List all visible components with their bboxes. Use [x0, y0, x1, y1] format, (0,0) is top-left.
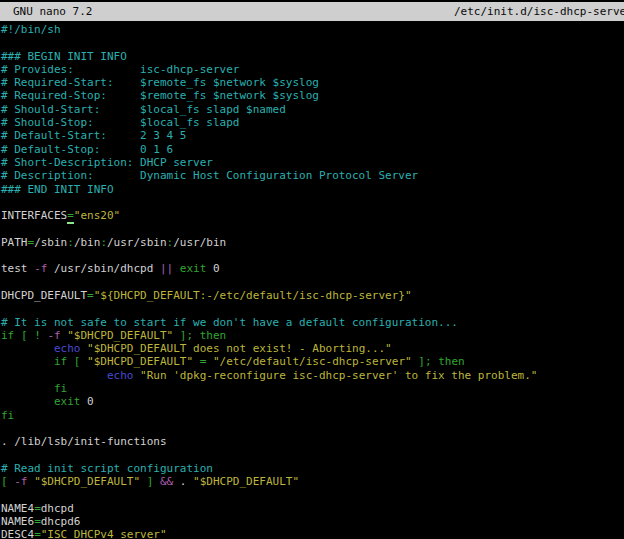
- code-line-35: [ -f "$DHCPD_DEFAULT" ] && . "$DHCPD_DEF…: [1, 475, 624, 488]
- code-token: DHCPD_DEFAULT: [1, 289, 87, 302]
- code-line-18: [1, 249, 624, 262]
- code-token: :: [67, 236, 74, 249]
- code-line-20: [1, 276, 624, 289]
- code-line-11: # Short-Description: DHCP server: [1, 156, 624, 169]
- code-line-30: fi: [1, 409, 624, 422]
- code-line-12: # Description: Dynamic Host Configuratio…: [1, 169, 624, 182]
- code-line-15: INTERFACES="ens20": [1, 209, 624, 222]
- code-token: !: [34, 329, 41, 342]
- code-token: # Provides: isc-dhcp-server: [1, 63, 239, 76]
- code-token: [193, 329, 200, 342]
- code-token: INTERFACES: [1, 209, 67, 222]
- code-token: /sbin: [34, 236, 67, 249]
- code-token: # Should-Start: $local_fs slapd $named: [1, 103, 286, 116]
- code-line-37: NAME4=dhcpd: [1, 502, 624, 515]
- code-token: /usr/sbin: [107, 236, 167, 249]
- code-token: .: [173, 475, 193, 488]
- code-token: echo: [107, 369, 134, 382]
- code-line-10: # Default-Stop: 0 1 6: [1, 143, 624, 156]
- code-token: ### END INIT INFO: [1, 183, 114, 196]
- code-line-17: PATH=/sbin:/bin:/usr/sbin:/usr/bin: [1, 236, 624, 249]
- code-line-13: ### END INIT INFO: [1, 183, 624, 196]
- code-line-24: if [ ! -f "$DHCPD_DEFAULT" ]; then: [1, 329, 624, 342]
- code-line-31: [1, 422, 624, 435]
- code-token: "ens20": [74, 209, 120, 222]
- code-token: dhcpd6: [41, 515, 81, 528]
- code-line-23: # It is not safe to start if we don't ha…: [1, 316, 624, 329]
- code-token: [153, 475, 160, 488]
- code-token: =: [34, 528, 41, 539]
- code-token: then: [438, 355, 465, 368]
- code-token: [67, 355, 74, 368]
- code-token: fi: [1, 409, 14, 422]
- code-token: [173, 329, 180, 342]
- code-token: -f: [34, 262, 47, 275]
- code-token: =: [87, 289, 94, 302]
- code-line-14: [1, 196, 624, 209]
- code-token: NAME6: [1, 515, 34, 528]
- code-token: fi: [54, 382, 67, 395]
- code-line-27: echo "Run 'dpkg-reconfigure isc-dhcp-ser…: [1, 369, 624, 382]
- code-token: if: [54, 355, 67, 368]
- code-token: test: [1, 262, 34, 275]
- code-token: if: [1, 329, 14, 342]
- code-token: ### BEGIN INIT INFO: [1, 50, 127, 63]
- code-token: 0: [206, 262, 219, 275]
- code-token: "$DHCPD_DEFAULT does not exist! - Aborti…: [87, 342, 392, 355]
- code-token: [1, 395, 54, 408]
- code-token: dhcpd: [41, 502, 74, 515]
- code-token: # Required-Stop: $remote_fs $network $sy…: [1, 89, 319, 102]
- code-token: -f: [14, 475, 27, 488]
- code-token: [: [21, 329, 28, 342]
- code-line-1: #!/bin/sh: [1, 23, 624, 36]
- code-token: [173, 262, 180, 275]
- code-token: "/etc/default/isc-dhcp-server": [213, 355, 412, 368]
- code-token: "ISC DHCPv4 server": [41, 528, 167, 539]
- code-token: "$DHCPD_DEFAULT": [34, 475, 140, 488]
- code-line-34: # Read init script configuration: [1, 462, 624, 475]
- code-token: # Short-Description: DHCP server: [1, 156, 213, 169]
- code-line-28: fi: [1, 382, 624, 395]
- code-token: "Run 'dpkg-reconfigure isc-dhcp-server' …: [140, 369, 537, 382]
- code-token: "$DHCPD_DEFAULT": [87, 355, 193, 368]
- code-token: # Default-Stop: 0 1 6: [1, 143, 173, 156]
- code-token: # It is not safe to start if we don't ha…: [1, 316, 458, 329]
- code-token: ];: [418, 355, 431, 368]
- code-token: exit: [54, 395, 81, 408]
- code-line-29: exit 0: [1, 395, 624, 408]
- code-token: =: [34, 502, 41, 515]
- code-token: [1, 355, 54, 368]
- code-token: exit: [180, 262, 207, 275]
- code-token: "${DHCPD_DEFAULT:-/etc/default/isc-dhcp-…: [94, 289, 412, 302]
- code-token: :: [100, 236, 107, 249]
- code-token: 0: [80, 395, 93, 408]
- code-line-5: # Required-Start: $remote_fs $network $s…: [1, 76, 624, 89]
- code-line-6: # Required-Stop: $remote_fs $network $sy…: [1, 89, 624, 102]
- code-line-22: [1, 302, 624, 315]
- terminal-window: { "titlebar": { "app": "GNU nano 7.2", "…: [0, 0, 624, 539]
- code-line-16: [1, 222, 624, 235]
- code-token: echo: [54, 342, 81, 355]
- code-token: DESC4: [1, 528, 34, 539]
- code-token: NAME4: [1, 502, 34, 515]
- code-token: PATH: [1, 236, 28, 249]
- editor-area[interactable]: #!/bin/sh### BEGIN INIT INFO# Provides: …: [1, 23, 624, 539]
- code-token: ||: [160, 262, 173, 275]
- text-cursor: =: [67, 209, 74, 224]
- code-token: [1, 342, 54, 355]
- code-token: [: [1, 475, 8, 488]
- code-token: [206, 355, 213, 368]
- code-line-4: # Provides: isc-dhcp-server: [1, 63, 624, 76]
- code-token: . /lib/lsb/init-functions: [1, 435, 167, 448]
- code-token: # Required-Start: $remote_fs $network $s…: [1, 76, 319, 89]
- code-token: # Should-Stop: $local_fs slapd: [1, 116, 239, 129]
- code-line-38: NAME6=dhcpd6: [1, 515, 624, 528]
- code-line-26: if [ "$DHCPD_DEFAULT" = "/etc/default/is…: [1, 355, 624, 368]
- code-token: # Read init script configuration: [1, 462, 213, 475]
- code-line-39: DESC4="ISC DHCPv4 server": [1, 528, 624, 539]
- code-line-2: [1, 36, 624, 49]
- nano-version-label: GNU nano 7.2: [13, 2, 92, 21]
- code-line-8: # Should-Stop: $local_fs slapd: [1, 116, 624, 129]
- code-token: "$DHCPD_DEFAULT": [193, 475, 299, 488]
- code-token: "$DHCPD_DEFAULT": [67, 329, 173, 342]
